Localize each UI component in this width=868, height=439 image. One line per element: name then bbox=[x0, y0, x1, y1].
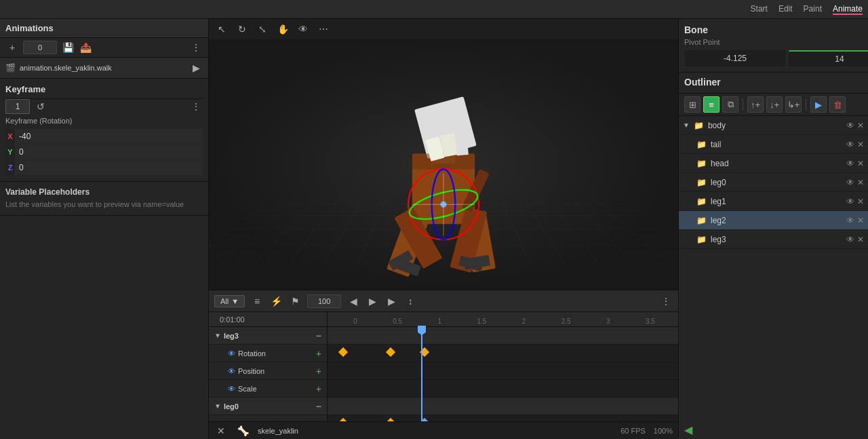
leg3-scale-add-icon[interactable]: + bbox=[316, 383, 321, 394]
add-animation-button[interactable]: + bbox=[5, 41, 19, 54]
tail-visibility-icon[interactable]: 👁 bbox=[846, 140, 854, 149]
head-close-icon[interactable]: ✕ bbox=[857, 159, 864, 168]
copy-button[interactable]: ⧉ bbox=[722, 96, 738, 113]
x-value-input[interactable] bbox=[15, 129, 203, 144]
ruler-25: 2.5 bbox=[545, 318, 587, 325]
list-view-button[interactable]: ≡ bbox=[703, 96, 719, 113]
leg3-scale-name: Scale bbox=[238, 385, 313, 393]
leg3-remove-icon[interactable]: − bbox=[316, 330, 321, 341]
tab-animate[interactable]: Animate bbox=[833, 4, 863, 15]
body-visibility-icon[interactable]: 👁 bbox=[846, 121, 854, 130]
tab-edit[interactable]: Edit bbox=[778, 4, 793, 15]
track-leg0-group[interactable]: ▼ leg0 − bbox=[209, 398, 327, 415]
prev-keyframe-button[interactable]: ◀ bbox=[347, 294, 360, 308]
tab-start[interactable]: Start bbox=[751, 4, 768, 15]
character-3d bbox=[209, 60, 678, 290]
leg0-collapse-icon[interactable]: ▼ bbox=[214, 402, 221, 410]
auto-key-icon[interactable]: ⚡ bbox=[269, 294, 283, 308]
leg2-ol-name: leg2 bbox=[711, 216, 844, 225]
sort-icon[interactable]: ↕ bbox=[403, 294, 417, 308]
ol-body[interactable]: ▼ 📁 body 👁 ✕ bbox=[679, 116, 868, 135]
play-button[interactable]: ▶ bbox=[384, 294, 398, 308]
more-viewport-icon[interactable]: ⋯ bbox=[316, 22, 331, 37]
cursor-icon[interactable]: ↖ bbox=[214, 22, 229, 37]
add-above-button[interactable]: ↑+ bbox=[747, 96, 764, 113]
keyframe-more-button[interactable]: ⋮ bbox=[189, 100, 203, 113]
head-visibility-icon[interactable]: 👁 bbox=[846, 159, 854, 168]
ol-tail[interactable]: 📁 tail 👁 ✕ bbox=[679, 135, 868, 154]
scale-icon[interactable]: ⤡ bbox=[255, 22, 270, 37]
leg0-remove-icon[interactable]: − bbox=[316, 401, 321, 412]
keyframe-reset-button[interactable]: ↺ bbox=[34, 100, 47, 113]
z-value-input[interactable] bbox=[15, 160, 203, 175]
ol-leg3[interactable]: 📁 leg3 👁 ✕ bbox=[679, 230, 868, 249]
frame-number-input[interactable] bbox=[23, 41, 57, 54]
leg2-visibility-icon[interactable]: 👁 bbox=[846, 216, 854, 225]
leg1-close-icon[interactable]: ✕ bbox=[857, 197, 864, 206]
leg3-visibility-icon[interactable]: 👁 bbox=[846, 235, 854, 244]
frame-total-input[interactable] bbox=[307, 294, 341, 308]
viewport-toolbar: ↖ ↻ ⤡ ✋ 👁 ⋯ bbox=[209, 19, 678, 39]
timeline-more-button[interactable]: ⋮ bbox=[659, 294, 673, 308]
leg3-position-eye-icon[interactable]: 👁 bbox=[228, 367, 235, 375]
flag-icon[interactable]: ⚑ bbox=[288, 294, 302, 308]
tail-close-icon[interactable]: ✕ bbox=[857, 140, 864, 149]
grid-view-button[interactable]: ⊞ bbox=[684, 96, 701, 113]
leg3-scale-eye-icon[interactable]: 👁 bbox=[228, 385, 235, 393]
toolbar-separator2 bbox=[806, 98, 806, 111]
keyframe-leg0-rot-3[interactable] bbox=[420, 418, 429, 421]
track-leg0-rotation[interactable]: 👁 Rotation + bbox=[209, 415, 327, 421]
rotate-icon[interactable]: ↻ bbox=[235, 22, 250, 37]
save-button[interactable]: 💾 bbox=[61, 41, 75, 54]
back-arrow-icon[interactable]: ◀ bbox=[684, 423, 692, 436]
ol-leg1[interactable]: 📁 leg1 👁 ✕ bbox=[679, 192, 868, 211]
track-leg3-position[interactable]: 👁 Position + bbox=[209, 362, 327, 380]
kf-leg3-position-row bbox=[328, 362, 678, 380]
arrow-right-button[interactable]: ▶ bbox=[810, 96, 827, 113]
eye-icon[interactable]: 👁 bbox=[296, 22, 311, 37]
leg3-position-add-icon[interactable]: + bbox=[316, 366, 321, 377]
animation-item[interactable]: 🎬 animation.skele_yaklin.walk ▶ bbox=[0, 58, 208, 79]
pivot-x-input[interactable] bbox=[684, 50, 786, 66]
keyframe-number-input[interactable] bbox=[5, 99, 30, 114]
ol-leg2[interactable]: 📁 leg2 👁 ✕ bbox=[679, 211, 868, 230]
ol-head[interactable]: 📁 head 👁 ✕ bbox=[679, 154, 868, 173]
leg3-close-icon[interactable]: ✕ bbox=[857, 235, 864, 244]
x-row: X bbox=[5, 129, 203, 144]
keyframe-leg0-rot-2[interactable] bbox=[386, 418, 395, 421]
play-animation-button[interactable]: ▶ bbox=[189, 61, 203, 75]
viewport[interactable]: ↖ ↻ ⤡ ✋ 👁 ⋯ bbox=[209, 19, 678, 290]
pivot-y-input[interactable] bbox=[789, 50, 868, 66]
delete-button[interactable]: 🗑 bbox=[829, 96, 846, 113]
keyframe-leg3-rot-3[interactable] bbox=[420, 347, 429, 357]
y-value-input[interactable] bbox=[15, 145, 203, 159]
add-child-button[interactable]: ↳+ bbox=[785, 96, 802, 113]
outliner-toolbar: ⊞ ≡ ⧉ ↑+ ↓+ ↳+ ▶ 🗑 bbox=[679, 94, 868, 116]
hand-icon[interactable]: ✋ bbox=[275, 22, 290, 37]
leg3-collapse-icon[interactable]: ▼ bbox=[214, 332, 221, 339]
leg0-visibility-icon[interactable]: 👁 bbox=[846, 178, 854, 187]
keyframe-leg3-rot-1[interactable] bbox=[338, 347, 348, 357]
leg3-rotation-eye-icon[interactable]: 👁 bbox=[228, 349, 235, 358]
track-leg3-scale[interactable]: 👁 Scale + bbox=[209, 380, 327, 398]
export-button[interactable]: 📤 bbox=[79, 41, 92, 54]
filter-button[interactable]: All ▼ bbox=[214, 295, 245, 307]
next-keyframe-button[interactable]: ▶ bbox=[366, 294, 379, 308]
ol-leg0[interactable]: 📁 leg0 👁 ✕ bbox=[679, 173, 868, 192]
keyframe-leg3-rot-2[interactable] bbox=[386, 347, 395, 357]
toolbar-separator bbox=[743, 98, 743, 111]
leg2-close-icon[interactable]: ✕ bbox=[857, 216, 864, 225]
more-button[interactable]: ⋮ bbox=[189, 41, 203, 54]
body-close-icon[interactable]: ✕ bbox=[857, 121, 864, 130]
filter-icon[interactable]: ≡ bbox=[250, 294, 264, 308]
track-leg3-group[interactable]: ▼ leg3 − bbox=[209, 327, 327, 345]
body-collapse-icon[interactable]: ▼ bbox=[683, 121, 690, 129]
add-below-button[interactable]: ↓+ bbox=[766, 96, 783, 113]
tab-paint[interactable]: Paint bbox=[804, 4, 822, 15]
leg3-rotation-add-icon[interactable]: + bbox=[316, 348, 321, 359]
keyframe-leg0-rot-1[interactable] bbox=[338, 418, 348, 421]
close-skele-button[interactable]: ✕ bbox=[214, 424, 228, 438]
leg1-visibility-icon[interactable]: 👁 bbox=[846, 197, 854, 206]
track-leg3-rotation[interactable]: 👁 Rotation + bbox=[209, 345, 327, 362]
leg0-close-icon[interactable]: ✕ bbox=[857, 178, 864, 187]
